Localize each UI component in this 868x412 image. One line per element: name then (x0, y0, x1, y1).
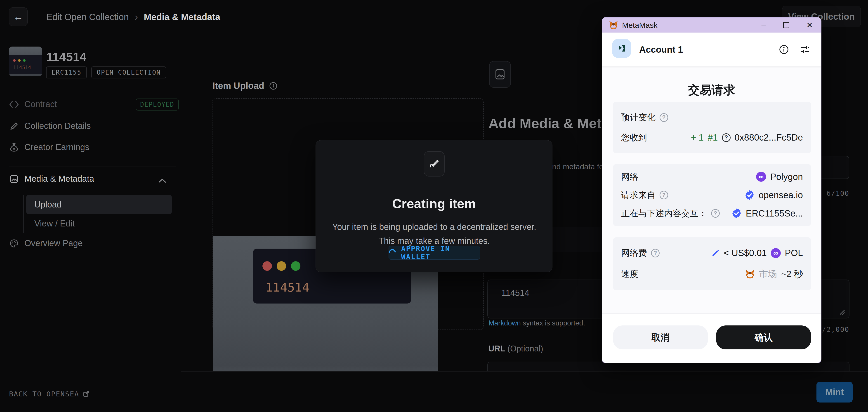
sidebar-item-view-edit[interactable]: View / Edit (34, 219, 75, 228)
item-upload-label: Item Upload (213, 81, 264, 91)
modal-title: Creating item (316, 196, 552, 211)
maximize-icon (783, 22, 789, 28)
sidebar-item-contract[interactable]: Contract (9, 99, 57, 109)
breadcrumb-separator-icon: › (135, 11, 138, 23)
confirm-button[interactable]: 确认 (716, 325, 811, 349)
red-dot (13, 59, 16, 62)
info-icon[interactable] (269, 82, 277, 90)
settings-sliders-icon[interactable] (800, 44, 811, 55)
metamask-fox-icon (609, 21, 618, 29)
resize-handle-icon[interactable] (838, 308, 845, 316)
back-arrow-icon: ← (13, 11, 23, 22)
url-field-label: URL (Optional) (489, 344, 543, 353)
thumbnail-number: 114514 (13, 65, 31, 70)
receive-amount: + 1 (691, 132, 704, 142)
speed-value: ~2 秒 (781, 268, 803, 280)
chevron-up-icon[interactable] (158, 178, 166, 183)
markdown-note: Markdown syntax is supported. (489, 319, 585, 327)
sidebar-item-media-metadata[interactable]: Media & Metadata (9, 174, 94, 184)
back-to-opensea-link[interactable]: BACK TO OPENSEA (9, 390, 90, 398)
request-from-label: 请求来自 (621, 189, 655, 201)
yellow-dot (277, 261, 286, 271)
receive-address[interactable]: 0x880c2...Fc5De (735, 132, 803, 142)
thumbnail-browser-mock: 114514 (9, 55, 42, 74)
close-button[interactable]: ✕ (807, 21, 813, 30)
collection-badges: ERC1155 OPEN COLLECTION (46, 66, 166, 78)
palette-icon (9, 239, 19, 248)
window-controls: – ✕ (762, 18, 813, 33)
question-icon[interactable]: ? (711, 209, 720, 218)
screen: ← Edit Open Collection › Media & Metadat… (0, 0, 868, 412)
modal-body: Your item is being uploaded to a decentr… (330, 220, 538, 248)
subnav-indent-line (23, 195, 24, 233)
question-icon[interactable]: ? (659, 113, 668, 122)
info-icon[interactable] (779, 44, 789, 55)
maximize-button[interactable] (783, 22, 789, 28)
sidebar-item-label: Collection Details (24, 121, 91, 131)
sidebar: 114514 114514 ERC1155 OPEN COLLECTION Co… (0, 34, 181, 412)
transaction-request-title: 交易请求 (602, 82, 821, 98)
markdown-link[interactable]: Markdown (489, 319, 521, 327)
polygon-icon: ∞ (771, 248, 781, 258)
network-value: Polygon (770, 172, 803, 182)
creating-item-modal: Creating item Your item is being uploade… (315, 140, 553, 272)
metamask-account-header: Account 1 (602, 33, 821, 66)
mint-button[interactable]: Mint (816, 382, 852, 403)
question-icon[interactable]: ? (651, 249, 659, 257)
sidebar-item-label: Creator Earnings (24, 142, 89, 152)
breadcrumb-current: Media & Metadata (144, 12, 220, 22)
back-button[interactable]: ← (9, 7, 28, 26)
image-icon (9, 175, 19, 184)
network-label: 网络 (621, 171, 638, 183)
collection-type-badge: OPEN COLLECTION (91, 66, 166, 78)
network-fee-token: POL (785, 248, 803, 258)
account-name[interactable]: Account 1 (639, 33, 683, 66)
collection-thumbnail: 114514 (9, 46, 42, 76)
url-label-strong: URL (489, 344, 505, 353)
collection-name: 114514 (46, 50, 86, 64)
breadcrumb-section[interactable]: Edit Open Collection (46, 12, 129, 22)
speed-mode: 市场 (759, 268, 777, 280)
speed-label: 速度 (621, 268, 638, 280)
cancel-button[interactable]: 取消 (613, 325, 708, 349)
verified-badge-icon (745, 190, 754, 200)
markdown-note-rest: syntax is supported. (521, 319, 585, 327)
approve-in-wallet-status: APPROVE IN WALLET (389, 246, 480, 260)
sidebar-divider (9, 166, 176, 167)
spinner-icon (387, 248, 397, 258)
metamask-window-title: MetaMask (622, 21, 657, 30)
sidebar-item-overview-page[interactable]: Overview Page (9, 239, 83, 248)
sidebar-item-collection-details[interactable]: Collection Details (9, 121, 91, 131)
interacting-with-label: 正在与下述内容交互： (621, 208, 707, 219)
question-icon[interactable]: ? (659, 191, 668, 199)
interacting-with-value[interactable]: ERC1155Se... (746, 209, 803, 219)
sidebar-item-label: View / Edit (34, 219, 75, 228)
back-to-opensea-label: BACK TO OPENSEA (9, 390, 79, 398)
signature-icon (428, 158, 440, 170)
sidebar-item-upload[interactable]: Upload (26, 195, 172, 214)
main-footer: Mint (181, 371, 868, 412)
estimated-changes-label: 预计变化 (621, 112, 655, 123)
edit-fee-pencil-icon[interactable] (711, 249, 720, 257)
sidebar-item-creator-earnings[interactable]: Creator Earnings (9, 142, 89, 152)
sidebar-item-label: Media & Metadata (24, 174, 94, 184)
network-fee-label: 网络费 (621, 247, 647, 259)
item-upload-heading: Item Upload (213, 81, 277, 91)
metamask-window: MetaMask – ✕ Account 1 交易请求 (602, 17, 822, 363)
breadcrumb: Edit Open Collection › Media & Metadata (46, 0, 220, 34)
url-optional: (Optional) (505, 344, 543, 353)
metamask-footer: 取消 确认 (602, 313, 821, 363)
account-avatar[interactable] (612, 39, 631, 58)
yellow-dot (18, 59, 21, 62)
token-standard-badge: ERC1155 (46, 66, 87, 78)
unknown-nft-icon[interactable]: ? (722, 133, 731, 142)
metamask-titlebar[interactable]: MetaMask – ✕ (602, 18, 821, 33)
green-dot (23, 59, 26, 62)
sidebar-item-label: Overview Page (24, 239, 83, 248)
minimize-button[interactable]: – (762, 21, 766, 30)
network-fee-value: < US$0.01 (724, 248, 767, 258)
sidebar-item-label: Contract (24, 99, 57, 109)
you-receive-label: 您收到 (621, 132, 647, 143)
deployed-badge: DEPLOYED (135, 99, 179, 110)
request-from-value[interactable]: opensea.io (758, 190, 803, 200)
